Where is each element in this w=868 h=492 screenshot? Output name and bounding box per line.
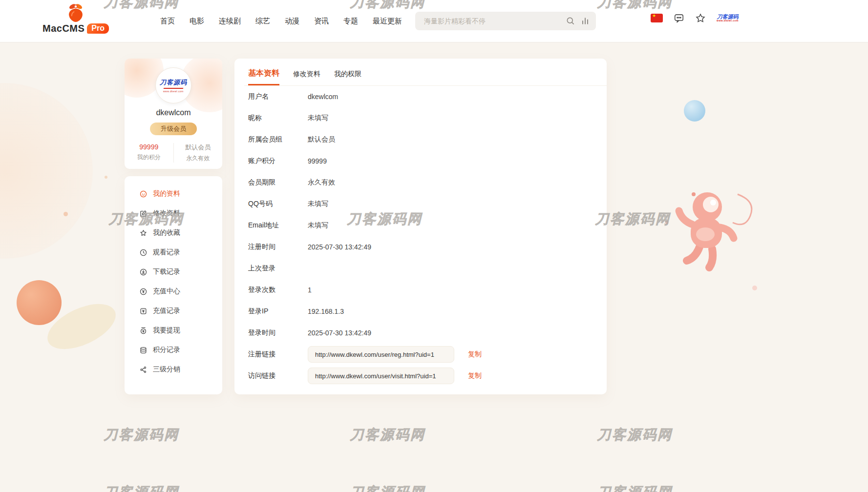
favorites-star-icon[interactable] [695,13,706,23]
sidebar-item-watch-history[interactable]: 观看记录 [139,243,222,262]
decor-dot [105,176,107,179]
tab-permissions[interactable]: 我的权限 [334,70,361,85]
top-header: MacCMS Pro 首页 电影 连续剧 综艺 动漫 资讯 专题 最近更新 ★ [0,0,868,42]
sidebar-item-favorites[interactable]: 我的收藏 [139,223,222,243]
decor-peach-arc [0,83,93,259]
star-icon [139,229,148,237]
decor-blue-planet [684,100,705,122]
sidebar-item-download-history[interactable]: 下载记录 [139,262,222,282]
field-row-points: 账户积分 99999 [244,150,607,172]
language-flag-icon[interactable]: ★ [651,14,663,22]
group-stat: 默认会员 永久有效 [173,143,223,163]
points-value: 99999 [125,143,173,151]
messages-icon[interactable] [674,13,684,23]
brand-name: MacCMS [42,23,85,34]
nav-item-news[interactable]: 资讯 [314,17,329,26]
decor-dot [665,221,669,224]
partner-logo[interactable]: 刀客源码 www.dkewl.com [717,14,739,22]
ranking-bars-icon[interactable] [580,16,590,26]
search-bar[interactable] [415,12,596,30]
nav-item-home[interactable]: 首页 [160,17,175,26]
nav-item-recent[interactable]: 最近更新 [373,17,402,26]
avatar[interactable]: 刀客源码 www.dkewl.com [155,67,191,103]
carrot-logo-icon [65,3,86,22]
watermark: 刀客源码网 [597,483,673,492]
field-row-member-expiry: 会员期限 永久有效 [244,172,607,193]
field-row-last-login: 上次登录 [244,258,607,279]
field-row-qq: QQ号码 未填写 [244,193,607,215]
watermark: 刀客源码网 [104,426,179,444]
tab-edit-info[interactable]: 修改资料 [293,70,320,85]
field-row-nickname: 昵称 未填写 [244,107,607,129]
coin-yuan-icon [139,287,148,296]
watermark: 刀客源码网 [350,483,425,492]
profile-card: 刀客源码 www.dkewl.com dkewlcom 升级会员 99999 我… [125,59,222,169]
receipt-yuan-icon [139,307,148,315]
register-link-input[interactable] [308,346,454,363]
decor-dot [752,286,757,290]
field-row-login-time: 登录时间 2025-07-30 13:42:49 [244,322,607,344]
decor-beige-blob [41,295,122,358]
database-icon [139,346,148,354]
edit-icon [139,209,148,218]
profile-detail-panel: 基本资料 修改资料 我的权限 用户名 dkewlcom 昵称 未填写 所属会员组… [234,59,607,394]
sidebar-item-affiliate[interactable]: 三级分销 [139,360,222,379]
group-label: 永久有效 [174,154,223,163]
astronaut-illustration [664,184,762,287]
field-row-visit-link: 访问链接 复制 [244,365,607,387]
field-row-login-count: 登录次数 1 [244,279,607,301]
share-icon [139,366,148,374]
sidebar-item-recharge-history[interactable]: 充值记录 [139,301,222,321]
brand-badge: Pro [87,23,109,34]
sidebar-item-my-profile[interactable]: 我的资料 [139,184,222,204]
field-row-register-link: 注册链接 复制 [244,344,607,365]
main-nav: 首页 电影 连续剧 综艺 动漫 资讯 专题 最近更新 [160,0,402,42]
search-icon[interactable] [566,16,575,26]
download-icon [139,268,148,276]
field-row-email: Email地址 未填写 [244,215,607,236]
user-circle-icon [139,190,148,198]
watermark: 刀客源码网 [597,426,673,444]
field-row-member-group: 所属会员组 默认会员 [244,129,607,150]
points-stat: 99999 我的积分 [125,143,173,163]
tab-basic-info[interactable]: 基本资料 [248,68,279,85]
field-row-register-time: 注册时间 2025-07-30 13:42:49 [244,236,607,258]
watermark: 刀客源码网 [350,426,425,444]
search-input[interactable] [424,17,561,25]
username: dkewlcom [125,108,222,117]
nav-item-variety[interactable]: 综艺 [255,17,270,26]
nav-item-movies[interactable]: 电影 [190,17,204,26]
visit-link-input[interactable] [308,368,454,384]
copy-visit-link-button[interactable]: 复制 [468,371,482,380]
nav-item-topics[interactable]: 专题 [343,17,358,26]
decor-dot [64,212,68,216]
site-logo[interactable]: MacCMS Pro [46,3,105,34]
clock-icon [139,248,148,257]
points-label: 我的积分 [125,153,173,162]
field-row-username: 用户名 dkewlcom [244,86,607,107]
upgrade-member-button[interactable]: 升级会员 [150,123,197,135]
decor-orange-sphere [17,280,62,325]
nav-item-series[interactable]: 连续剧 [219,17,241,26]
sidebar-item-recharge-center[interactable]: 充值中心 [139,282,222,301]
field-row-login-ip: 登录IP 192.168.1.3 [244,301,607,322]
sidebar-item-withdraw[interactable]: 我要提现 [139,321,222,340]
nav-item-anime[interactable]: 动漫 [285,17,299,26]
header-right-icons: ★ 刀客源码 www.dkewl.com [651,13,739,23]
watermark: 刀客源码网 [104,483,179,492]
sidebar-item-points-history[interactable]: 积分记录 [139,340,222,360]
copy-register-link-button[interactable]: 复制 [468,350,482,359]
group-value: 默认会员 [174,143,223,152]
sidebar-menu: 我的资料 修改资料 我的收藏 观看记录 下载记录 充值中心 充值记录 [125,176,222,394]
withdraw-icon [139,327,148,335]
detail-tabs: 基本资料 修改资料 我的权限 [244,59,607,86]
profile-stats: 99999 我的积分 默认会员 永久有效 [125,143,222,163]
sidebar-item-edit-profile[interactable]: 修改资料 [139,204,222,223]
